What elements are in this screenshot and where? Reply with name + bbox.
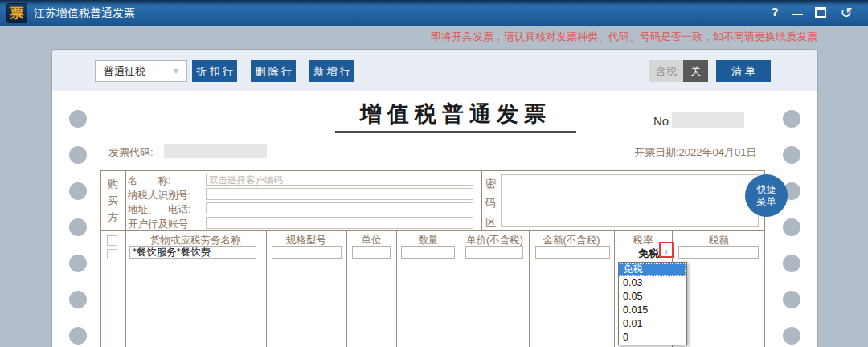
buyer-taxid-label: 纳税人识别号: [128, 189, 208, 202]
invoice-no-redacted [672, 112, 744, 128]
divider [481, 171, 482, 230]
delete-row-button[interactable]: 删 除 行 [251, 60, 296, 82]
quick-menu-line1: 快捷 [745, 184, 788, 196]
item-price-input[interactable] [465, 246, 523, 259]
column-divider [346, 231, 347, 347]
tax-included-toggle[interactable]: 关 [683, 60, 708, 82]
column-divider [529, 231, 530, 347]
punch-hole [783, 110, 800, 128]
column-divider [461, 231, 461, 347]
help-icon[interactable]: ? [766, 5, 784, 18]
back-icon[interactable]: ↺ [837, 4, 855, 22]
invoice-no-label: No [653, 114, 669, 128]
quick-menu-button[interactable]: 快捷 菜单 [745, 174, 788, 217]
chevron-down-icon: ▼ [172, 61, 180, 81]
discount-row-button[interactable]: 折 扣 行 [192, 60, 237, 82]
item-qty-input[interactable] [401, 246, 455, 259]
tax-mode-select[interactable]: 普通征税 ▼ [95, 60, 187, 82]
tax-rate-option[interactable]: 免税 [619, 263, 686, 276]
invoice-date: 开票日期:2022年04月01日 [634, 145, 756, 160]
punch-hole [783, 291, 800, 308]
quick-menu-line2: 菜单 [745, 196, 788, 208]
punch-hole [69, 327, 87, 345]
password-area-label: 密码区 [485, 174, 497, 232]
buyer-section: 购买方 名 称: 纳税人识别号: 地址、 电话: 开户行及账号: 密码区 [100, 170, 765, 231]
row-checkbox[interactable] [107, 235, 117, 246]
item-amount-input[interactable] [535, 246, 610, 259]
tax-rate-dropdown-arrow-highlight[interactable]: ▼ [659, 242, 674, 258]
column-divider [396, 231, 397, 347]
buyer-name-label: 名 称: [128, 174, 208, 188]
invoice-title: 增值税普通发票 [335, 100, 576, 133]
tax-rate-option[interactable]: 0 [619, 331, 686, 345]
punch-hole [783, 327, 800, 345]
minimize-icon[interactable] [792, 14, 803, 15]
item-tax-input[interactable] [678, 246, 759, 259]
buyer-taxid-input[interactable] [206, 188, 473, 200]
tax-rate-option[interactable]: 0.01 [619, 317, 686, 331]
punch-hole [69, 291, 87, 308]
item-unit-input[interactable] [352, 246, 391, 259]
items-table: 货物或应税劳务名称 规格型号 单位 数量 单价(不含税) 金额(不含税) 税率 … [100, 231, 765, 347]
password-area-box [501, 174, 759, 227]
app-window: 票 江苏增值税普通发票 ? ↺ 即将开具发票，请认真核对发票种类、代码、号码是否… [0, 0, 868, 347]
punch-hole [69, 110, 87, 128]
tax-mode-value: 普通征税 [104, 65, 145, 77]
title-bar: 票 江苏增值税普通发票 ? ↺ [0, 0, 868, 26]
row-checkbox[interactable] [107, 249, 117, 259]
tax-rate-dropdown: 免税0.030.050.0150.010 [618, 262, 687, 345]
column-divider [614, 231, 615, 347]
punch-hole [69, 182, 87, 200]
tax-rate-value: 免税 [616, 247, 659, 261]
buyer-bank-input[interactable] [206, 217, 473, 229]
invoice-code-redacted [164, 144, 267, 158]
add-row-button[interactable]: 新 增 行 [309, 60, 354, 82]
buyer-section-label: 购买方 [107, 175, 119, 226]
punch-hole [783, 146, 800, 164]
item-name-input[interactable] [129, 246, 256, 259]
app-icon: 票 [6, 3, 27, 23]
list-button[interactable]: 清 单 [716, 60, 771, 82]
column-divider [266, 231, 267, 347]
punch-hole [69, 218, 87, 236]
invoice-panel: 普通征税 ▼ 折 扣 行 删 除 行 新 增 行 含税 关 清 单 增值税普通发… [52, 50, 817, 347]
invoice-warning-text: 即将开具发票，请认真核对发票种类、代码、号码是否一致，如不同请更换纸质发票 [431, 30, 817, 44]
invoice-code-label: 发票代码: [108, 145, 154, 160]
buyer-bank-label: 开户行及账号: [128, 218, 208, 231]
buyer-address-input[interactable] [206, 202, 473, 214]
tax-rate-option[interactable]: 0.03 [619, 276, 686, 290]
punch-hole [783, 255, 800, 272]
item-spec-input[interactable] [272, 246, 342, 259]
chevron-down-icon: ▼ [663, 248, 670, 256]
punch-hole [783, 218, 800, 236]
column-divider [125, 231, 126, 347]
tax-rate-option[interactable]: 0.015 [619, 304, 686, 317]
buyer-name-input[interactable] [206, 174, 473, 186]
toolbar: 普通征税 ▼ 折 扣 行 删 除 行 新 增 行 含税 关 清 单 [52, 50, 817, 91]
window-title: 江苏增值税普通发票 [34, 6, 135, 21]
tax-rate-option[interactable]: 0.05 [619, 290, 686, 304]
punch-hole [69, 255, 87, 272]
buyer-address-label: 地址、 电话: [128, 203, 208, 217]
tax-included-label: 含税 [649, 60, 683, 82]
punch-hole [69, 146, 87, 164]
divider [125, 171, 126, 230]
restore-window-icon[interactable] [815, 7, 826, 18]
